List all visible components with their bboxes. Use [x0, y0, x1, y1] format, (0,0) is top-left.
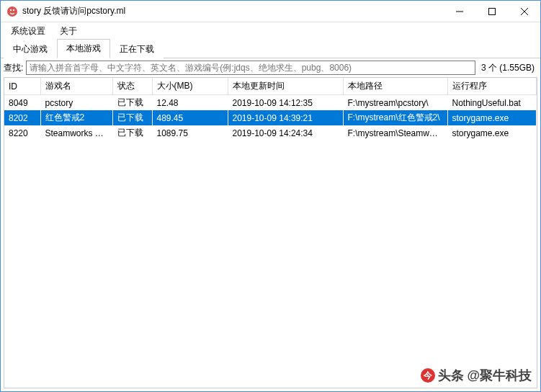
table-row[interactable]: 8049pcstory已下载12.482019-10-09 14:12:35F:… — [4, 95, 537, 111]
tabbar: 中心游戏 本地游戏 正在下载 — [1, 40, 540, 58]
tab-local-games[interactable]: 本地游戏 — [57, 39, 110, 58]
cell-size: 1089.75 — [152, 125, 228, 141]
cell-exe: storygame.exe — [447, 125, 537, 141]
cell-path: F:\mystream\红色警戒2\ — [343, 110, 447, 125]
app-window: story 反馈请访问pcstory.ml 系统设置 关于 中心游戏 本地游戏 … — [0, 0, 541, 392]
table-header-row: ID 游戏名 状态 大小(MB) 本地更新时间 本地路径 运行程序 — [4, 78, 537, 95]
cell-exe: storygame.exe — [447, 110, 537, 125]
cell-status: 已下载 — [112, 125, 152, 141]
col-header-exe[interactable]: 运行程序 — [447, 78, 537, 95]
svg-point-2 — [13, 9, 14, 10]
titlebar: story 反馈请访问pcstory.ml — [1, 1, 540, 22]
cell-time: 2019-10-09 14:39:21 — [228, 110, 343, 125]
svg-point-1 — [10, 9, 12, 10]
app-icon — [6, 6, 18, 17]
search-input[interactable] — [26, 61, 475, 75]
tab-downloading[interactable]: 正在下载 — [110, 40, 164, 58]
col-header-size[interactable]: 大小(MB) — [152, 78, 228, 95]
cell-id: 8202 — [4, 110, 40, 125]
close-button[interactable] — [508, 1, 540, 22]
cell-path: F:\mystream\Steamworks S... — [343, 125, 447, 141]
cell-size: 12.48 — [152, 95, 228, 111]
cell-exe: NothingUseful.bat — [447, 95, 537, 111]
cell-size: 489.45 — [152, 110, 228, 125]
menu-system-settings[interactable]: 系统设置 — [4, 23, 53, 40]
menu-about[interactable]: 关于 — [53, 23, 84, 40]
cell-time: 2019-10-09 14:12:35 — [228, 95, 343, 111]
svg-point-0 — [7, 6, 17, 17]
cell-id: 8049 — [4, 95, 40, 111]
col-header-time[interactable]: 本地更新时间 — [228, 78, 343, 95]
col-header-name[interactable]: 游戏名 — [40, 78, 112, 95]
cell-name: Steamworks Sh... — [40, 125, 112, 141]
game-table: ID 游戏名 状态 大小(MB) 本地更新时间 本地路径 运行程序 8049pc… — [4, 78, 537, 141]
tab-center-games[interactable]: 中心游戏 — [4, 40, 57, 58]
table-row[interactable]: 8202红色警戒2已下载489.452019-10-09 14:39:21F:\… — [4, 110, 537, 125]
search-label: 查找: — [4, 62, 23, 74]
minimize-button[interactable] — [443, 1, 475, 22]
window-title: story 反馈请访问pcstory.ml — [22, 5, 443, 17]
minimize-icon — [456, 8, 463, 15]
window-controls — [443, 1, 540, 22]
table-row[interactable]: 8220Steamworks Sh...已下载1089.752019-10-09… — [4, 125, 537, 141]
cell-time: 2019-10-09 14:24:34 — [228, 125, 343, 141]
close-icon — [521, 8, 528, 15]
svg-rect-4 — [488, 8, 495, 14]
cell-status: 已下载 — [112, 110, 152, 125]
cell-status: 已下载 — [112, 95, 152, 111]
col-header-status[interactable]: 状态 — [112, 78, 152, 95]
result-count: 3 个 (1.55GB) — [478, 62, 537, 74]
menubar: 系统设置 关于 — [1, 22, 540, 40]
cell-name: pcstory — [40, 95, 112, 111]
search-bar: 查找: 3 个 (1.55GB) — [1, 58, 540, 77]
col-header-path[interactable]: 本地路径 — [343, 78, 447, 95]
cell-path: F:\mystream\pcstory\ — [343, 95, 447, 111]
col-header-id[interactable]: ID — [4, 78, 40, 95]
maximize-icon — [488, 8, 496, 15]
cell-id: 8220 — [4, 125, 40, 141]
maximize-button[interactable] — [475, 1, 508, 22]
cell-name: 红色警戒2 — [40, 110, 112, 125]
game-table-container[interactable]: ID 游戏名 状态 大小(MB) 本地更新时间 本地路径 运行程序 8049pc… — [4, 77, 537, 388]
